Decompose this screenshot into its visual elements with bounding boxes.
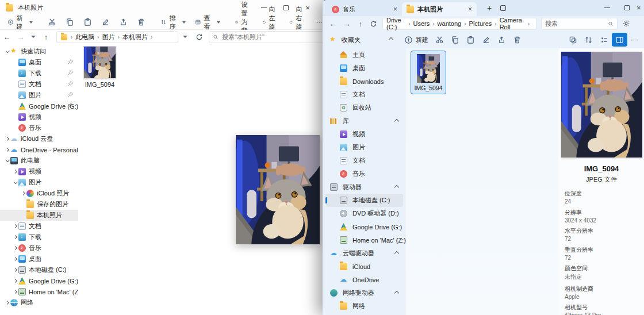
chevron-icon[interactable] — [3, 159, 10, 162]
sidebar-item[interactable]: 库 — [325, 114, 403, 128]
chevron-icon[interactable] — [12, 170, 18, 173]
tree-item[interactable]: Google Drive (G:) — [0, 101, 78, 112]
new-tab-button[interactable]: + — [482, 1, 496, 15]
sidebar-item[interactable]: 文档 — [325, 154, 403, 167]
sidebar-item[interactable]: 桌面 — [325, 62, 403, 75]
rotate-right-button[interactable]: 向右旋转 — [285, 16, 311, 29]
forward-button[interactable]: → — [14, 33, 28, 41]
tree-item[interactable]: 音乐 — [0, 243, 78, 253]
chevron-icon[interactable] — [3, 148, 10, 151]
search-input[interactable] — [222, 33, 320, 40]
chevron-icon[interactable] — [12, 181, 18, 184]
tree-item[interactable]: 下载 — [0, 68, 78, 79]
sidebar-item[interactable]: OneDrive — [325, 273, 403, 286]
tree-item[interactable]: 文档 — [0, 79, 78, 90]
sidebar-item[interactable]: 回收站 — [325, 101, 403, 114]
delete-button[interactable] — [133, 16, 150, 29]
breadcrumb-segment[interactable]: 本机照片 — [122, 33, 148, 41]
share-button[interactable] — [115, 16, 132, 29]
chevron-icon[interactable] — [3, 301, 10, 304]
set-background-button[interactable]: 设置为背景 — [231, 16, 257, 29]
sidebar-item[interactable]: DVD 驱动器 (D:) — [325, 207, 403, 220]
multi-select-button[interactable] — [565, 33, 581, 47]
paste-button[interactable] — [79, 16, 96, 29]
paste-button[interactable] — [463, 33, 478, 47]
collapse-icon[interactable] — [394, 185, 399, 190]
collapse-icon[interactable] — [389, 37, 393, 42]
tree-item[interactable]: 快速访问 — [0, 46, 78, 57]
search-box[interactable] — [541, 18, 618, 30]
settings-gear-icon[interactable] — [622, 20, 630, 28]
tree-item[interactable]: 本地磁盘 (C:) — [0, 264, 78, 275]
rotate-left-button[interactable]: 向左旋转 — [258, 16, 284, 29]
chevron-icon[interactable] — [12, 225, 18, 228]
tree-item[interactable]: 本机照片 — [0, 210, 78, 221]
chevron-icon[interactable] — [3, 50, 10, 53]
sidebar-item[interactable]: 视频 — [325, 128, 403, 141]
rename-button[interactable] — [478, 33, 494, 47]
chevron-icon[interactable] — [12, 247, 18, 249]
tree-item[interactable]: iCloud 云盘 — [0, 133, 78, 144]
new-button[interactable]: 新建 — [3, 16, 37, 29]
tree-item[interactable]: 下载 — [0, 232, 78, 243]
breadcrumb-segment[interactable]: Camera Roll — [500, 17, 525, 30]
sidebar-item[interactable]: 本地磁盘 (C:) — [325, 194, 403, 207]
up-button[interactable]: ↑ — [39, 33, 53, 41]
breadcrumb-segment[interactable]: Drive (C:) — [386, 17, 405, 30]
tree-item[interactable]: 视频 — [0, 112, 78, 122]
tree-item[interactable]: 网络 — [0, 297, 78, 308]
sidebar-item[interactable]: 文档 — [325, 88, 403, 101]
files-content-area[interactable]: IMG_5094 — [406, 48, 558, 315]
favorites-header[interactable]: 收藏夹 — [323, 36, 401, 44]
tree-item[interactable]: 桌面 — [0, 57, 78, 68]
collapse-icon[interactable] — [394, 119, 399, 124]
up-button[interactable]: ↑ — [354, 20, 367, 28]
rename-button[interactable] — [97, 16, 114, 29]
tree-item[interactable]: Google Drive (G:) — [0, 275, 78, 286]
copy-button[interactable] — [62, 16, 78, 29]
breadcrumb[interactable]: › 此电脑›图片›本机照片› — [56, 31, 178, 43]
forward-button[interactable]: → — [340, 20, 354, 28]
back-button[interactable]: ← — [326, 20, 340, 28]
chevron-icon[interactable] — [20, 192, 26, 195]
chevron-icon[interactable] — [12, 279, 18, 282]
collapse-icon[interactable] — [394, 251, 399, 256]
breadcrumb-segment[interactable]: 图片 — [102, 33, 115, 41]
sort-button[interactable] — [581, 33, 596, 47]
delete-button[interactable] — [509, 33, 525, 47]
new-window-button[interactable] — [496, 1, 510, 15]
refresh-icon[interactable] — [195, 33, 203, 41]
tree-item[interactable]: 图片 — [0, 177, 78, 188]
maximize-button[interactable] — [617, 0, 637, 15]
cut-button[interactable] — [432, 33, 447, 47]
new-button[interactable]: 新建 — [401, 33, 432, 47]
minimize-button[interactable] — [597, 0, 617, 15]
share-button[interactable] — [494, 33, 509, 47]
sidebar-item[interactable]: Home on 'Mac' (Z:) — [325, 233, 403, 247]
tab-camera-roll[interactable]: 本机照片 × — [402, 2, 477, 16]
chevron-icon[interactable] — [12, 236, 18, 239]
sidebar-item[interactable]: Downloads — [325, 75, 403, 88]
breadcrumb-segment[interactable]: 此电脑 — [75, 33, 94, 41]
group-button[interactable] — [596, 33, 612, 47]
tree-item[interactable]: 音乐 — [0, 122, 78, 133]
tree-item[interactable]: 视频 — [0, 166, 78, 177]
chevron-icon[interactable] — [12, 290, 18, 293]
collapse-icon[interactable] — [394, 291, 399, 295]
sidebar-item[interactable]: 驱动器 — [325, 180, 403, 194]
breadcrumb-segment[interactable]: Users — [413, 20, 430, 27]
sidebar-item[interactable]: 网络驱动器 — [325, 286, 403, 299]
breadcrumb-segment[interactable]: wantong — [438, 20, 462, 27]
breadcrumb[interactable]: Drive (C:)›Users›wantong›Pictures›Camera… — [382, 18, 536, 30]
drag-preview-image[interactable] — [236, 135, 320, 244]
chevron-icon[interactable] — [12, 258, 18, 260]
sidebar-item[interactable]: 音乐 — [325, 167, 403, 180]
tree-item[interactable]: iCloud 照片 — [0, 188, 78, 199]
tab-music[interactable]: 音乐 × — [327, 2, 402, 16]
close-tab-icon[interactable]: × — [468, 5, 472, 13]
chevron-icon[interactable] — [3, 137, 10, 140]
breadcrumb-segment[interactable]: Pictures — [469, 20, 492, 27]
file-item-selected[interactable]: IMG_5094 — [411, 51, 446, 94]
sidebar-item[interactable]: 云端驱动器 — [325, 247, 403, 260]
tree-item[interactable]: 此电脑 — [0, 155, 78, 166]
